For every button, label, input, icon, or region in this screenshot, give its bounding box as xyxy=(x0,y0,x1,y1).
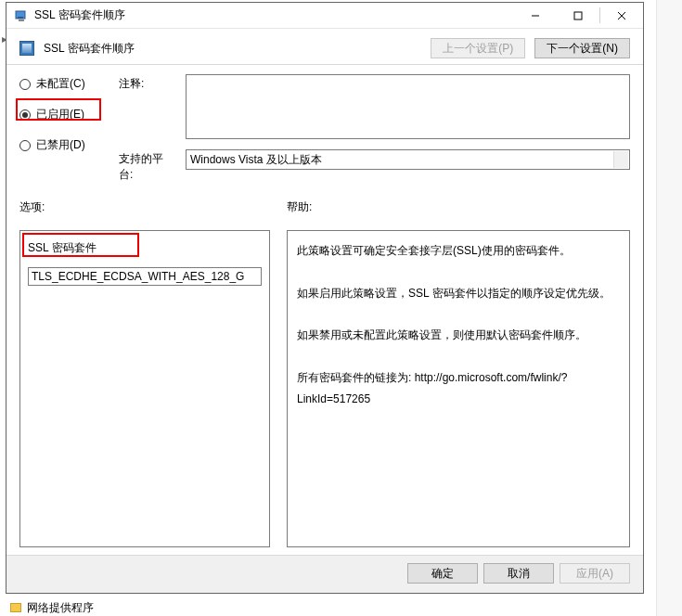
cancel-button[interactable]: 取消 xyxy=(483,563,554,584)
svg-rect-4 xyxy=(574,12,582,19)
platform-value: Windows Vista 及以上版本 xyxy=(190,153,322,166)
scrollbar[interactable] xyxy=(613,151,628,168)
radio-icon xyxy=(19,140,31,151)
platform-row: 支持的平台: Windows Vista 及以上版本 xyxy=(119,149,630,183)
policy-icon xyxy=(19,41,34,56)
gpo-dialog: SSL 密码套件顺序 SSL 密码套件顺序 上一个设置(P) 下一个设置(N) xyxy=(6,2,644,594)
folder-icon xyxy=(10,603,21,612)
ok-button[interactable]: 确定 xyxy=(407,563,478,584)
maximize-button[interactable] xyxy=(557,3,599,28)
config-row: 未配置(C) 已启用(E) 已禁用(D) 注释: xyxy=(6,65,643,186)
radio-column: 未配置(C) 已启用(E) 已禁用(D) xyxy=(19,74,108,183)
options-section-label: 选项: xyxy=(19,199,270,215)
title-bar: SSL 密码套件顺序 xyxy=(6,3,643,29)
radio-disabled[interactable]: 已禁用(D) xyxy=(19,137,108,153)
close-button[interactable] xyxy=(600,3,643,28)
annotation-highlight-enabled xyxy=(16,98,101,121)
screen: ▸ SSL 密码套件顺序 SSL 密 xyxy=(0,0,682,616)
policy-title: SSL 密码套件顺序 xyxy=(44,41,421,57)
window-buttons xyxy=(514,3,643,28)
radio-icon xyxy=(19,79,31,90)
options-column: 选项: SSL 密码套件 xyxy=(19,199,270,547)
next-setting-button[interactable]: 下一个设置(N) xyxy=(534,38,630,58)
help-column: 帮助: 此策略设置可确定安全套接字层(SSL)使用的密码套件。 如果启用此策略设… xyxy=(287,199,630,547)
cipher-input[interactable] xyxy=(28,267,262,286)
svg-rect-1 xyxy=(18,17,23,19)
dialog-footer: 确定 取消 应用(A) xyxy=(6,555,643,593)
tree-node-label: 网络提供程序 xyxy=(27,600,94,616)
comment-textarea[interactable] xyxy=(186,74,630,139)
outer-right-strip xyxy=(656,0,682,616)
comment-label: 注释: xyxy=(119,74,176,92)
options-panel: SSL 密码套件 xyxy=(19,230,270,547)
radio-not-configured[interactable]: 未配置(C) xyxy=(19,76,108,92)
header-row: SSL 密码套件顺序 上一个设置(P) 下一个设置(N) xyxy=(6,29,643,64)
svg-rect-2 xyxy=(19,19,24,21)
apply-button: 应用(A) xyxy=(560,563,630,584)
platform-label: 支持的平台: xyxy=(119,149,176,183)
app-icon xyxy=(14,8,29,23)
platform-box: Windows Vista 及以上版本 xyxy=(186,149,630,170)
radio-label: 已禁用(D) xyxy=(36,137,85,153)
lower-row: 选项: SSL 密码套件 帮助: 此策略设置可确定安全套接字层(SSL)使用的密… xyxy=(6,186,643,555)
help-text: 此策略设置可确定安全套接字层(SSL)使用的密码套件。 如果启用此策略设置，SS… xyxy=(297,244,611,405)
prev-setting-button: 上一个设置(P) xyxy=(431,38,525,58)
annotation-highlight-ssl xyxy=(22,233,139,257)
help-panel: 此策略设置可确定安全套接字层(SSL)使用的密码套件。 如果启用此策略设置，SS… xyxy=(287,230,630,547)
window-title: SSL 密码套件顺序 xyxy=(34,7,514,23)
minimize-button[interactable] xyxy=(514,3,557,28)
comment-row: 注释: xyxy=(119,74,630,142)
middle-column: 注释: 支持的平台: Windows Vista 及以上版本 xyxy=(119,74,630,183)
tree-node-network-providers[interactable]: 网络提供程序 xyxy=(10,601,196,614)
radio-label: 未配置(C) xyxy=(36,76,85,92)
help-section-label: 帮助: xyxy=(287,199,630,215)
